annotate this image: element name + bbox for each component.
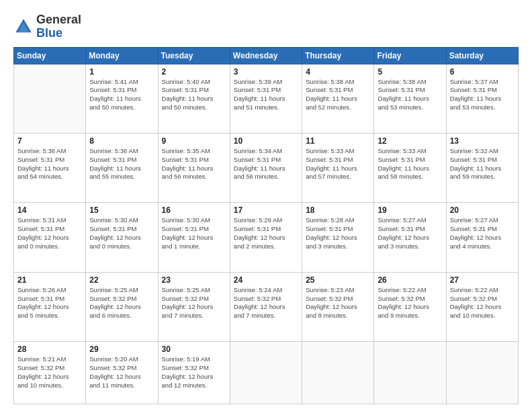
calendar-week-row: 14Sunrise: 5:31 AMSunset: 5:31 PMDayligh… <box>14 203 519 272</box>
calendar-cell: 24Sunrise: 5:24 AMSunset: 5:32 PMDayligh… <box>230 272 302 341</box>
day-info: Sunrise: 5:25 AMSunset: 5:32 PMDaylight:… <box>89 286 154 320</box>
calendar-cell: 15Sunrise: 5:30 AMSunset: 5:31 PMDayligh… <box>86 203 158 272</box>
day-number: 18 <box>306 205 370 215</box>
calendar-cell <box>14 64 86 133</box>
weekday-header-saturday: Saturday <box>446 47 518 64</box>
day-number: 19 <box>378 205 442 215</box>
day-number: 25 <box>306 275 370 285</box>
day-number: 12 <box>378 136 442 146</box>
day-number: 17 <box>234 205 298 215</box>
day-info: Sunrise: 5:20 AMSunset: 5:32 PMDaylight:… <box>89 355 154 390</box>
weekday-header-thursday: Thursday <box>302 47 374 64</box>
day-info: Sunrise: 5:36 AMSunset: 5:31 PMDaylight:… <box>17 147 82 181</box>
day-info: Sunrise: 5:25 AMSunset: 5:32 PMDaylight:… <box>162 286 226 320</box>
logo: General Blue <box>13 13 81 40</box>
day-number: 30 <box>162 345 226 354</box>
day-info: Sunrise: 5:21 AMSunset: 5:32 PMDaylight:… <box>17 355 82 390</box>
day-number: 23 <box>162 275 226 285</box>
calendar-cell: 23Sunrise: 5:25 AMSunset: 5:32 PMDayligh… <box>158 272 230 341</box>
day-info: Sunrise: 5:32 AMSunset: 5:31 PMDaylight:… <box>450 147 515 181</box>
day-info: Sunrise: 5:22 AMSunset: 5:32 PMDaylight:… <box>378 286 442 320</box>
day-info: Sunrise: 5:19 AMSunset: 5:32 PMDaylight:… <box>162 355 226 390</box>
calendar-cell: 14Sunrise: 5:31 AMSunset: 5:31 PMDayligh… <box>14 203 86 272</box>
calendar-week-row: 7Sunrise: 5:36 AMSunset: 5:31 PMDaylight… <box>14 134 519 203</box>
day-number: 8 <box>89 136 154 146</box>
day-info: Sunrise: 5:37 AMSunset: 5:31 PMDaylight:… <box>450 78 515 112</box>
day-info: Sunrise: 5:31 AMSunset: 5:31 PMDaylight:… <box>17 216 82 250</box>
calendar-cell: 20Sunrise: 5:27 AMSunset: 5:31 PMDayligh… <box>446 203 518 272</box>
calendar-cell: 11Sunrise: 5:33 AMSunset: 5:31 PMDayligh… <box>302 134 374 203</box>
day-number: 4 <box>306 67 370 77</box>
day-info: Sunrise: 5:26 AMSunset: 5:31 PMDaylight:… <box>17 286 82 320</box>
calendar-cell: 21Sunrise: 5:26 AMSunset: 5:31 PMDayligh… <box>14 272 86 341</box>
day-number: 11 <box>306 136 370 146</box>
day-info: Sunrise: 5:22 AMSunset: 5:32 PMDaylight:… <box>450 286 515 320</box>
day-info: Sunrise: 5:23 AMSunset: 5:32 PMDaylight:… <box>306 286 370 320</box>
calendar-cell <box>302 342 374 404</box>
calendar-week-row: 1Sunrise: 5:41 AMSunset: 5:31 PMDaylight… <box>14 64 519 133</box>
day-number: 6 <box>450 67 515 77</box>
day-number: 26 <box>378 275 442 285</box>
calendar-cell: 28Sunrise: 5:21 AMSunset: 5:32 PMDayligh… <box>14 342 86 404</box>
day-info: Sunrise: 5:27 AMSunset: 5:31 PMDaylight:… <box>450 216 515 250</box>
calendar-cell: 16Sunrise: 5:30 AMSunset: 5:31 PMDayligh… <box>158 203 230 272</box>
weekday-header-monday: Monday <box>86 47 158 64</box>
logo-text: General Blue <box>36 13 81 40</box>
day-info: Sunrise: 5:33 AMSunset: 5:31 PMDaylight:… <box>378 147 442 181</box>
weekday-header-tuesday: Tuesday <box>158 47 230 64</box>
day-info: Sunrise: 5:41 AMSunset: 5:31 PMDaylight:… <box>89 78 154 112</box>
day-number: 24 <box>234 275 298 285</box>
calendar-cell: 26Sunrise: 5:22 AMSunset: 5:32 PMDayligh… <box>374 272 446 341</box>
day-number: 7 <box>17 136 82 146</box>
calendar-cell: 1Sunrise: 5:41 AMSunset: 5:31 PMDaylight… <box>86 64 158 133</box>
calendar-cell: 18Sunrise: 5:28 AMSunset: 5:31 PMDayligh… <box>302 203 374 272</box>
day-number: 28 <box>17 345 82 354</box>
calendar-cell: 9Sunrise: 5:35 AMSunset: 5:31 PMDaylight… <box>158 134 230 203</box>
day-info: Sunrise: 5:40 AMSunset: 5:31 PMDaylight:… <box>162 78 226 112</box>
day-info: Sunrise: 5:33 AMSunset: 5:31 PMDaylight:… <box>306 147 370 181</box>
calendar-cell: 13Sunrise: 5:32 AMSunset: 5:31 PMDayligh… <box>446 134 518 203</box>
calendar-cell: 3Sunrise: 5:39 AMSunset: 5:31 PMDaylight… <box>230 64 302 133</box>
day-number: 20 <box>450 205 515 215</box>
calendar-cell: 2Sunrise: 5:40 AMSunset: 5:31 PMDaylight… <box>158 64 230 133</box>
calendar-cell <box>446 342 518 404</box>
calendar-table: SundayMondayTuesdayWednesdayThursdayFrid… <box>13 47 519 404</box>
calendar-cell: 30Sunrise: 5:19 AMSunset: 5:32 PMDayligh… <box>158 342 230 404</box>
day-number: 14 <box>17 205 82 215</box>
day-number: 21 <box>17 275 82 285</box>
day-number: 10 <box>234 136 298 146</box>
day-number: 5 <box>378 67 442 77</box>
day-number: 29 <box>89 345 154 354</box>
page: General Blue SundayMondayTuesdayWednesda… <box>0 0 532 411</box>
day-info: Sunrise: 5:36 AMSunset: 5:31 PMDaylight:… <box>89 147 154 181</box>
calendar-header-row: SundayMondayTuesdayWednesdayThursdayFrid… <box>14 47 519 64</box>
day-number: 22 <box>89 275 154 285</box>
calendar-cell: 19Sunrise: 5:27 AMSunset: 5:31 PMDayligh… <box>374 203 446 272</box>
calendar-cell: 25Sunrise: 5:23 AMSunset: 5:32 PMDayligh… <box>302 272 374 341</box>
day-number: 2 <box>162 67 226 77</box>
calendar-cell: 7Sunrise: 5:36 AMSunset: 5:31 PMDaylight… <box>14 134 86 203</box>
day-number: 15 <box>89 205 154 215</box>
calendar-cell: 12Sunrise: 5:33 AMSunset: 5:31 PMDayligh… <box>374 134 446 203</box>
weekday-header-sunday: Sunday <box>14 47 86 64</box>
calendar-week-row: 21Sunrise: 5:26 AMSunset: 5:31 PMDayligh… <box>14 272 519 341</box>
calendar-week-row: 28Sunrise: 5:21 AMSunset: 5:32 PMDayligh… <box>14 342 519 404</box>
day-info: Sunrise: 5:38 AMSunset: 5:31 PMDaylight:… <box>378 78 442 112</box>
calendar-cell: 17Sunrise: 5:29 AMSunset: 5:31 PMDayligh… <box>230 203 302 272</box>
day-info: Sunrise: 5:28 AMSunset: 5:31 PMDaylight:… <box>306 216 370 250</box>
day-info: Sunrise: 5:39 AMSunset: 5:31 PMDaylight:… <box>234 78 298 112</box>
calendar-cell: 5Sunrise: 5:38 AMSunset: 5:31 PMDaylight… <box>374 64 446 133</box>
day-info: Sunrise: 5:30 AMSunset: 5:31 PMDaylight:… <box>162 216 226 250</box>
day-info: Sunrise: 5:29 AMSunset: 5:31 PMDaylight:… <box>234 216 298 250</box>
calendar-cell: 8Sunrise: 5:36 AMSunset: 5:31 PMDaylight… <box>86 134 158 203</box>
calendar-cell: 29Sunrise: 5:20 AMSunset: 5:32 PMDayligh… <box>86 342 158 404</box>
calendar-cell: 27Sunrise: 5:22 AMSunset: 5:32 PMDayligh… <box>446 272 518 341</box>
calendar-cell: 10Sunrise: 5:34 AMSunset: 5:31 PMDayligh… <box>230 134 302 203</box>
calendar-cell: 6Sunrise: 5:37 AMSunset: 5:31 PMDaylight… <box>446 64 518 133</box>
calendar-cell: 22Sunrise: 5:25 AMSunset: 5:32 PMDayligh… <box>86 272 158 341</box>
day-number: 13 <box>450 136 515 146</box>
day-number: 3 <box>234 67 298 77</box>
logo-icon <box>13 17 34 37</box>
day-info: Sunrise: 5:35 AMSunset: 5:31 PMDaylight:… <box>162 147 226 181</box>
day-info: Sunrise: 5:38 AMSunset: 5:31 PMDaylight:… <box>306 78 370 112</box>
